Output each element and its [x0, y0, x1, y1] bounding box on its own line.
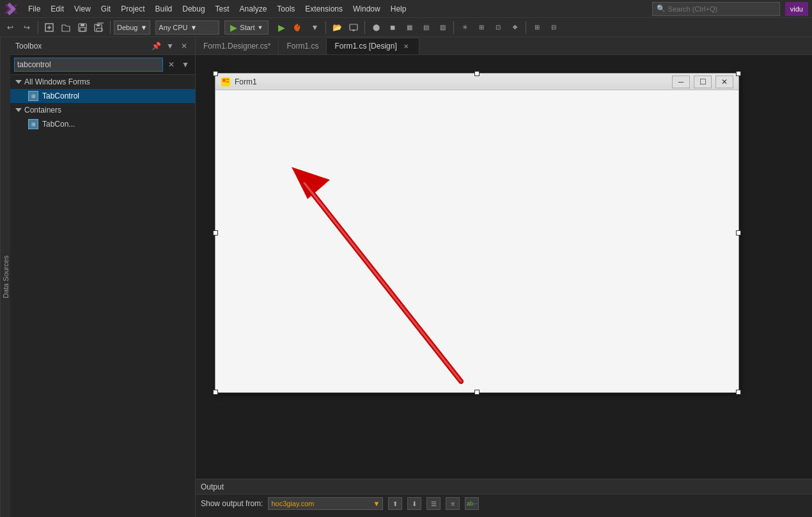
menu-build[interactable]: Build	[150, 3, 178, 15]
config-dropdown[interactable]: Debug ▼	[114, 20, 150, 35]
toolbox-options-button[interactable]: ▼	[164, 40, 176, 52]
toolbar-align2[interactable]: ◼	[385, 20, 400, 35]
toolbar-align3[interactable]: ▦	[402, 20, 417, 35]
menu-analyze[interactable]: Analyze	[235, 3, 272, 15]
toolbar-expand[interactable]: ⊞	[529, 20, 545, 35]
toolbox-group-containers[interactable]: Containers	[10, 103, 195, 117]
handle-tm[interactable]	[474, 71, 480, 76]
toolbar-align-left[interactable]: ⬤	[368, 20, 384, 35]
toolbar-device-btn[interactable]	[346, 20, 361, 35]
form-window-icon	[221, 77, 231, 87]
menu-test[interactable]: Test	[210, 3, 235, 15]
toolbar-new-project[interactable]	[42, 20, 57, 35]
handle-tr[interactable]	[736, 71, 741, 76]
toolbar-open-file[interactable]: 📂	[329, 20, 345, 35]
handle-ml[interactable]	[213, 230, 218, 235]
chevron-down-icon: ▼	[140, 24, 147, 31]
toolbar-open[interactable]	[58, 20, 74, 35]
tab-close-button[interactable]: ✕	[401, 41, 411, 51]
toolbar-extra4[interactable]: ❖	[507, 20, 522, 35]
tabcontrol-containers-icon: ⊞	[28, 119, 38, 129]
svg-rect-13	[350, 24, 357, 30]
output-panel: Output Show output from: hoc3giay.com ▼ …	[196, 479, 812, 517]
global-search-box[interactable]: 🔍 Search (Ctrl+Q)	[652, 2, 780, 16]
svg-rect-10	[97, 24, 100, 26]
toolbar-align4[interactable]: ▤	[418, 20, 433, 35]
menu-tools[interactable]: Tools	[272, 3, 300, 15]
toolbar-save[interactable]	[75, 20, 90, 35]
tab-label: Form1.cs	[286, 42, 318, 51]
toolbox-content: All Windows Forms ⊞ TabControl Container…	[10, 75, 195, 517]
toolbar-sep-5	[453, 21, 454, 34]
menu-file[interactable]: File	[23, 3, 45, 15]
toolbar-extra2[interactable]: ⊞	[474, 20, 489, 35]
output-btn-2[interactable]: ⬇	[407, 497, 421, 510]
main-layout: Data Sources Toolbox 📌 ▼ ✕ ✕ ▼ All Windo…	[0, 37, 812, 517]
menu-view[interactable]: View	[69, 3, 96, 15]
toolbox-header: Toolbox 📌 ▼ ✕	[10, 37, 195, 55]
toolbox-close-button[interactable]: ✕	[178, 40, 190, 52]
toolbar-fire-btn[interactable]	[290, 20, 306, 35]
data-sources-bar[interactable]: Data Sources	[0, 37, 10, 517]
toolbar-run-alt[interactable]: ▶	[274, 20, 289, 35]
tab-form1-design[interactable]: Form1.cs [Design] ✕	[327, 38, 419, 54]
output-btn-1[interactable]: ⬆	[388, 497, 402, 510]
handle-bm[interactable]	[474, 390, 480, 395]
menu-edit[interactable]: Edit	[45, 3, 69, 15]
toolbar-extra1[interactable]: ✳	[457, 20, 472, 35]
output-btn-4[interactable]: ≡	[446, 497, 460, 510]
output-source-dropdown[interactable]: hoc3giay.com ▼	[268, 497, 383, 510]
menu-git[interactable]: Git	[96, 3, 116, 15]
toolbar-align5[interactable]: ▨	[435, 20, 450, 35]
play-icon: ▶	[230, 22, 237, 33]
toolbox-pin-button[interactable]: 📌	[150, 40, 162, 52]
output-body: Show output from: hoc3giay.com ▼ ⬆ ⬇ ☰ ≡…	[196, 495, 812, 513]
menu-project[interactable]: Project	[116, 3, 150, 15]
handle-mr[interactable]	[736, 230, 741, 235]
toolbar-sep-4	[364, 21, 365, 34]
toolbox-item-tabcontrol[interactable]: ⊞ TabControl	[10, 89, 195, 103]
toolbar-save-all[interactable]	[91, 20, 107, 35]
toolbar-redo[interactable]: ↪	[19, 20, 35, 35]
menu-debug[interactable]: Debug	[177, 3, 210, 15]
chevron-down-icon: ▼	[258, 24, 263, 31]
toolbar-undo[interactable]: ↩	[3, 20, 18, 35]
toolbar-dropdown-btn[interactable]: ▼	[307, 20, 322, 35]
toolbox-title: Toolbox	[15, 42, 42, 51]
output-header: Output	[196, 479, 812, 495]
toolbox-search-input[interactable]	[14, 58, 163, 72]
group-label-containers: Containers	[24, 106, 61, 115]
toolbar-sep-6	[526, 21, 526, 34]
tab-form1-designer[interactable]: Form1.Designer.cs*	[196, 38, 279, 54]
toolbar-collapse[interactable]: ⊟	[546, 20, 561, 35]
svg-rect-8	[80, 28, 85, 31]
toolbox-expand-button[interactable]: ▼	[180, 59, 191, 70]
user-badge[interactable]: vidu	[785, 2, 808, 16]
toolbox-group-all-windows-forms[interactable]: All Windows Forms	[10, 75, 195, 89]
tab-label: Form1.Designer.cs*	[203, 42, 270, 51]
output-btn-3[interactable]: ☰	[426, 497, 441, 510]
output-btn-5[interactable]: ab ↩	[465, 497, 479, 510]
toolbox-item-tabcon-containers[interactable]: ⊞ TabCon...	[10, 117, 195, 131]
menu-help[interactable]: Help	[386, 3, 412, 15]
handle-tl[interactable]	[213, 71, 218, 76]
handle-br[interactable]	[736, 390, 741, 395]
start-button[interactable]: ▶ Start ▼	[224, 20, 269, 35]
form-maximize-button[interactable]: ☐	[694, 76, 712, 88]
toolbar-extra3[interactable]: ⊡	[490, 20, 506, 35]
platform-dropdown[interactable]: Any CPU ▼	[155, 20, 219, 35]
toolbox-clear-button[interactable]: ✕	[166, 59, 177, 70]
menu-window[interactable]: Window	[348, 3, 386, 15]
design-canvas-wrapper[interactable]: Form1 ─ ☐ ✕	[196, 55, 812, 479]
toolbox-search-area: ✕ ▼	[10, 55, 195, 75]
handle-bl[interactable]	[213, 390, 218, 395]
form-minimize-button[interactable]: ─	[672, 76, 690, 88]
menu-bar: File Edit View Git Project Build Debug T…	[0, 0, 812, 18]
tab-form1-cs[interactable]: Form1.cs	[279, 38, 327, 54]
toolbar-sep-2	[110, 21, 111, 34]
search-icon: 🔍	[657, 4, 666, 13]
tabcontrol-icon: ⊞	[28, 91, 38, 101]
menu-extensions[interactable]: Extensions	[300, 3, 348, 15]
form-close-button[interactable]: ✕	[715, 76, 733, 88]
svg-rect-7	[81, 24, 84, 26]
